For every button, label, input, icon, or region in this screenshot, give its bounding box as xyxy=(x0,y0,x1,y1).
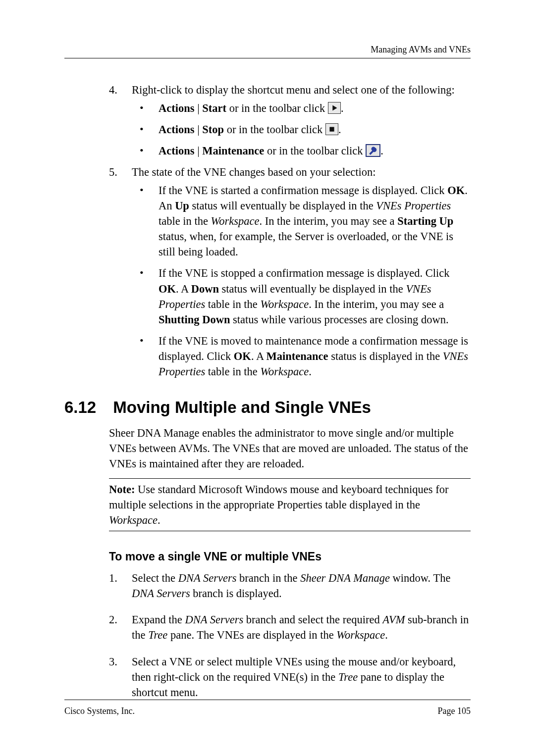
bullet-actions-start: Actions | Start or in the toolbar click … xyxy=(132,101,471,116)
text: or in the toolbar click xyxy=(224,123,325,136)
pipe: | xyxy=(195,145,203,157)
step-4-text: Right-click to display the shortcut menu… xyxy=(132,84,455,96)
text: . xyxy=(385,629,388,641)
text: . A xyxy=(251,350,267,362)
label-start: Start xyxy=(202,102,226,114)
label-actions: Actions xyxy=(159,123,195,136)
italic-workspace: Workspace xyxy=(211,215,260,227)
running-header: Managing AVMs and VNEs xyxy=(64,45,471,58)
italic-dna-servers: DNA Servers xyxy=(178,572,237,584)
text: Select the xyxy=(132,572,178,584)
text: or in the toolbar click xyxy=(226,102,328,114)
label-maintenance: Maintenance xyxy=(267,350,328,362)
label-ok: OK xyxy=(447,184,465,197)
procedure-heading: To move a single VNE or multiple VNEs xyxy=(109,550,471,563)
label-maintenance: Maintenance xyxy=(202,145,264,157)
text: table in the xyxy=(205,365,260,378)
proc-step-1: 1. Select the DNA Servers branch in the … xyxy=(109,570,471,601)
step-5: 5. The state of the VNE changes based on… xyxy=(109,164,471,379)
italic-sheer-dna-manage: Sheer DNA Manage xyxy=(300,572,390,584)
page-footer: Cisco Systems, Inc. Page 105 xyxy=(64,700,471,716)
bullet-maintenance: If the VNE is moved to maintenance mode … xyxy=(132,333,471,379)
pipe: | xyxy=(195,123,203,136)
section-title: Moving Multiple and Single VNEs xyxy=(113,397,371,417)
proc-step-3: 3. Select a VNE or select multiple VNEs … xyxy=(109,654,471,700)
note-label: Note: xyxy=(109,483,135,496)
stop-icon xyxy=(325,123,338,135)
step-number: 5. xyxy=(109,164,117,180)
italic-dna-servers: DNA Servers xyxy=(185,613,243,626)
italic-avm: AVM xyxy=(382,613,405,626)
text: status will eventually be displayed in t… xyxy=(219,283,406,295)
label-ok: OK xyxy=(159,283,176,295)
text: branch and select the required xyxy=(243,613,382,626)
text: table in the xyxy=(205,298,260,310)
bullet-actions-stop: Actions | Stop or in the toolbar click . xyxy=(132,122,471,137)
proc-step-2: 2. Expand the DNA Servers branch and sel… xyxy=(109,612,471,643)
period: . xyxy=(341,102,344,114)
text: branch in the xyxy=(236,572,300,584)
step-5-text: The state of the VNE changes based on yo… xyxy=(132,166,376,178)
step-number: 2. xyxy=(109,612,117,627)
bullet-started: If the VNE is started a confirmation mes… xyxy=(132,183,471,259)
label-down: Down xyxy=(191,283,219,295)
play-icon xyxy=(328,102,341,114)
text: . In the interim, you may see a xyxy=(260,215,398,227)
italic-vnes-properties: VNEs Properties xyxy=(376,200,451,212)
label-actions: Actions xyxy=(159,102,195,114)
italic-tree: Tree xyxy=(148,629,167,641)
italic-workspace: Workspace xyxy=(260,298,309,310)
section-para-1: Sheer DNA Manage enables the administrat… xyxy=(109,425,471,471)
label-up: Up xyxy=(175,200,189,212)
text: . A xyxy=(176,283,191,295)
period: . xyxy=(380,145,383,157)
text: status while various processes are closi… xyxy=(230,313,448,326)
text: branch is displayed. xyxy=(190,587,282,600)
step-number: 1. xyxy=(109,570,117,586)
note-block: Note: Use standard Microsoft Windows mou… xyxy=(109,478,471,531)
step-number: 3. xyxy=(109,654,117,669)
label-actions: Actions xyxy=(159,145,195,157)
italic-workspace: Workspace xyxy=(109,514,158,526)
label-stop: Stop xyxy=(202,123,224,136)
text: If the VNE is stopped a confirmation mes… xyxy=(159,267,450,279)
text: window. The xyxy=(390,572,451,584)
pipe: | xyxy=(195,102,203,114)
label-shutting-down: Shutting Down xyxy=(159,313,230,326)
text: status will eventually be displayed in t… xyxy=(189,200,376,212)
note-text: Use standard Microsoft Windows mouse and… xyxy=(109,483,448,511)
note-text-end: . xyxy=(158,514,160,526)
italic-tree: Tree xyxy=(338,671,358,683)
text: Expand the xyxy=(132,613,185,626)
footer-company: Cisco Systems, Inc. xyxy=(64,706,135,716)
text: table in the xyxy=(159,215,211,227)
text: or in the toolbar click xyxy=(264,145,366,157)
period: . xyxy=(338,123,341,136)
italic-workspace: Workspace xyxy=(336,629,385,641)
text: status, when, for example, the Server is… xyxy=(159,230,453,258)
italic-workspace: Workspace xyxy=(260,365,309,378)
label-ok: OK xyxy=(234,350,251,362)
italic-dna-servers: DNA Servers xyxy=(132,587,190,600)
text: status is displayed in the xyxy=(328,350,443,362)
bullet-actions-maintenance: Actions | Maintenance or in the toolbar … xyxy=(132,143,471,158)
step-number: 4. xyxy=(109,82,117,98)
svg-rect-1 xyxy=(329,127,334,132)
section-number: 6.12 xyxy=(64,397,96,417)
text: pane. The VNEs are displayed in the xyxy=(167,629,336,641)
text: If the VNE is started a confirmation mes… xyxy=(159,184,447,197)
wrench-icon xyxy=(366,144,380,157)
svg-marker-0 xyxy=(332,105,337,111)
text: . In the interim, you may see a xyxy=(309,298,444,310)
label-starting-up: Starting Up xyxy=(397,215,453,227)
footer-page-number: Page 105 xyxy=(438,706,471,716)
step-4: 4. Right-click to display the shortcut m… xyxy=(109,82,471,158)
text: . xyxy=(309,365,312,378)
bullet-stopped: If the VNE is stopped a confirmation mes… xyxy=(132,265,471,327)
section-heading: 6.12 Moving Multiple and Single VNEs xyxy=(64,397,471,417)
